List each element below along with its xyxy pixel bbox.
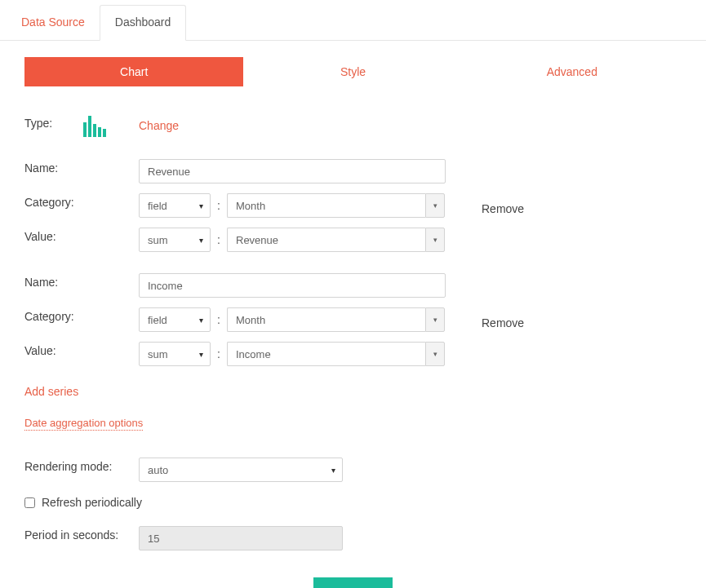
series-name-input[interactable] [139,159,446,183]
series-name-input[interactable] [139,273,446,298]
category-field-select[interactable]: Month [227,193,425,218]
category-label: Category: [24,305,139,328]
rendering-mode-label: Rendering mode: [24,455,139,478]
rendering-mode-select[interactable]: auto [139,458,343,482]
category-label: Category: [24,191,139,214]
name-label: Name: [24,157,139,179]
svg-rect-2 [93,124,96,137]
remove-series-link[interactable]: Remove [482,196,524,215]
type-label: Type: [24,117,83,135]
change-link[interactable]: Change [139,119,179,132]
tab-data-source[interactable]: Data Source [7,6,100,40]
colon: : [211,347,227,360]
period-seconds-label: Period in seconds: [24,524,139,546]
colon: : [211,199,227,212]
category-field-select[interactable]: Month [227,307,425,332]
colon: : [211,233,227,246]
svg-rect-0 [83,122,87,137]
date-aggregation-link[interactable]: Date aggregation options [24,417,143,431]
preview-button[interactable]: Preview [313,577,393,588]
value-field-select[interactable]: Revenue [227,228,425,252]
content-area: Chart Style Advanced Type: Change Name: … [0,41,706,588]
svg-rect-3 [98,127,101,137]
value-type-select[interactable]: sum [139,228,211,252]
value-type-select[interactable]: sum [139,342,211,366]
type-row: Type: Change [24,111,682,140]
series-block: Name: Category: field : Month ▾ Remove V… [24,157,682,254]
svg-rect-4 [103,129,106,137]
dropdown-button[interactable]: ▾ [425,342,445,366]
series-block: Name: Category: field : Month ▾ Remove V… [24,271,682,369]
refresh-periodically-label: Refresh periodically [42,496,142,509]
remove-series-link[interactable]: Remove [482,310,524,329]
dropdown-button[interactable]: ▾ [425,193,445,218]
refresh-periodically-row: Refresh periodically [24,496,682,509]
value-label: Value: [24,339,139,362]
svg-rect-1 [88,116,91,137]
bar-chart-icon [83,113,111,139]
value-field-select[interactable]: Income [227,342,425,366]
category-type-select[interactable]: field [139,193,211,218]
dropdown-button[interactable]: ▾ [425,307,445,332]
colon: : [211,313,227,326]
subtab-chart[interactable]: Chart [24,57,243,86]
tab-dashboard[interactable]: Dashboard [100,5,187,41]
subtab-style[interactable]: Style [243,57,462,86]
value-label: Value: [24,225,139,248]
rendering-mode-row: Rendering mode: auto [24,455,682,484]
period-seconds-input [139,526,343,550]
dropdown-button[interactable]: ▾ [425,228,445,252]
sub-tabs: Chart Style Advanced [24,57,682,86]
top-tabs: Data Source Dashboard [0,0,706,41]
subtab-advanced[interactable]: Advanced [463,57,682,86]
period-seconds-row: Period in seconds: [24,524,682,553]
name-label: Name: [24,271,139,294]
category-type-select[interactable]: field [139,307,211,332]
add-series-link[interactable]: Add series [24,385,78,398]
refresh-periodically-checkbox[interactable] [24,497,35,508]
